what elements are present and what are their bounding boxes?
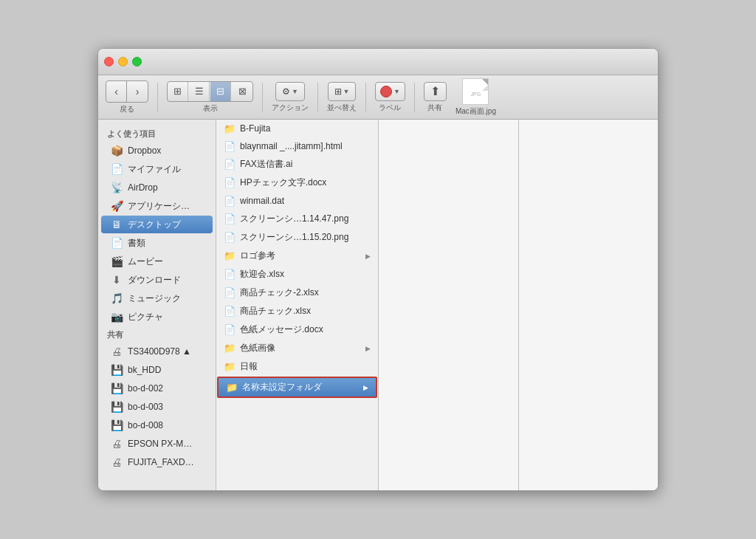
label-label: ラベル	[379, 103, 401, 113]
shikishi-folder-icon: 📁	[224, 343, 236, 354]
file-item-hp-check[interactable]: 📄 HPチェック文字.docx	[216, 174, 378, 192]
nav-group: ‹ › 戻る	[106, 80, 148, 114]
back-button[interactable]: ‹	[106, 81, 127, 102]
sidebar-item-movies-label: ムービー	[128, 255, 163, 268]
label-color-circle	[380, 86, 392, 97]
bk-hdd-icon: 💾	[110, 363, 123, 377]
file-item-screenshot2[interactable]: 📄 スクリーンシ…1.15.20.png	[216, 228, 378, 247]
titlebar	[98, 49, 658, 75]
sidebar-item-bo-d-008[interactable]: 💾 bo-d-008	[101, 416, 213, 434]
favorites-section-label: よく使う項目	[98, 126, 216, 141]
file-column-2	[379, 120, 518, 490]
file-item-b-fujita[interactable]: 📁 B-Fujita	[216, 120, 378, 137]
toolbar-separator-2	[262, 83, 263, 112]
file-item-unnamed-folder[interactable]: 📁 名称未設定フォルダ ▶	[217, 377, 377, 398]
sidebar-item-documents[interactable]: 📄 書類	[101, 234, 213, 252]
label-group: ▼ ラベル	[375, 82, 405, 113]
view-buttons: ⊞ ☰ ⊟ ⊠	[167, 81, 253, 102]
file-item-message[interactable]: 📄 色紙メッセージ.docx	[216, 320, 378, 339]
file-item-check2[interactable]: 📄 商品チェック-2.xlsx	[216, 284, 378, 302]
forward-button[interactable]: ›	[127, 81, 148, 102]
sidebar-item-bk-hdd[interactable]: 💾 bk_HDD	[101, 361, 213, 379]
file-item-diary[interactable]: 📁 日報	[216, 357, 378, 376]
action-label: アクション	[272, 103, 309, 113]
pictures-icon: 📷	[110, 310, 123, 323]
sidebar-item-airdrop[interactable]: 📡 AirDrop	[101, 179, 213, 196]
file-item-welcome[interactable]: 📄 歓迎会.xlsx	[216, 265, 378, 284]
sidebar-item-fujita-fax-label: FUJITA_FAXD…	[128, 457, 194, 467]
unnamed-folder-icon: 📁	[226, 382, 238, 394]
sidebar: よく使う項目 📦 Dropbox 📄 マイファイル 📡 AirDrop 🚀 アプ…	[98, 120, 216, 490]
file-corner	[482, 79, 488, 91]
share-button[interactable]: ⬆	[424, 82, 447, 101]
shikishi-folder-arrow: ▶	[365, 345, 371, 352]
sidebar-item-ts3400d978[interactable]: 🖨 TS3400D978 ▲	[101, 343, 213, 360]
file-item-fax[interactable]: 📄 FAX送信書.ai	[216, 155, 378, 174]
action-button[interactable]: ⚙ ▼	[275, 82, 305, 101]
maximize-button[interactable]	[132, 57, 142, 66]
sidebar-item-epson-px[interactable]: 🖨 EPSON PX-M…	[101, 435, 213, 453]
label-chevron-icon: ▼	[394, 88, 400, 95]
share-group: ⬆ 共有	[424, 82, 447, 113]
toolbar-separator-5	[414, 83, 415, 112]
file-area: 📁 B-Fujita 📄 blaynmail _....jitamm].html…	[216, 120, 658, 490]
file-item-check[interactable]: 📄 商品チェック.xlsx	[216, 302, 378, 320]
sidebar-item-music-label: ミュージック	[128, 292, 181, 305]
bo-d-003-icon: 💾	[110, 400, 123, 413]
airdrop-icon: 📡	[110, 181, 123, 194]
sidebar-item-myfiles[interactable]: 📄 マイファイル	[101, 160, 213, 178]
sidebar-item-bo-d-003[interactable]: 💾 bo-d-003	[101, 398, 213, 416]
toolbar-separator-3	[317, 83, 318, 112]
toolbar-separator-4	[365, 83, 366, 112]
sidebar-item-myfiles-label: マイファイル	[128, 163, 181, 176]
xlsx-file-icon-3: 📄	[224, 306, 236, 317]
sidebar-item-desktop[interactable]: 🖥 デスクトップ	[101, 216, 213, 233]
logo-folder-arrow: ▶	[365, 253, 371, 260]
sidebar-item-music[interactable]: 🎵 ミュージック	[101, 289, 213, 307]
sidebar-item-downloads-label: ダウンロード	[128, 274, 181, 286]
sidebar-item-bo-d-003-label: bo-d-003	[128, 402, 163, 412]
sidebar-item-downloads[interactable]: ⬇ ダウンロード	[101, 271, 213, 289]
file-name-label: Mac画面.jpg	[456, 106, 496, 117]
sidebar-item-pictures[interactable]: 📷 ピクチャ	[101, 308, 213, 326]
icon-view-button[interactable]: ⊞	[168, 82, 188, 101]
coverflow-view-button[interactable]: ⊠	[232, 82, 252, 101]
sort-button[interactable]: ⊞ ▼	[328, 82, 357, 101]
minimize-button[interactable]	[118, 57, 128, 66]
sidebar-item-dropbox[interactable]: 📦 Dropbox	[101, 142, 213, 159]
file-item-winmail[interactable]: 📄 winmail.dat	[216, 192, 378, 210]
file-item-logo[interactable]: 📁 ロゴ参考 ▶	[216, 247, 378, 265]
gear-icon: ⚙	[282, 86, 290, 97]
file-item-blaynmail[interactable]: 📄 blaynmail _....jitamm].html	[216, 137, 378, 155]
sidebar-item-bk-hdd-label: bk_HDD	[128, 365, 161, 375]
message-docx-icon: 📄	[224, 324, 236, 336]
logo-folder-icon: 📁	[224, 250, 236, 262]
html-file-icon: 📄	[224, 140, 236, 152]
sidebar-item-bo-d-008-label: bo-d-008	[128, 420, 163, 430]
sidebar-item-airdrop-label: AirDrop	[128, 182, 158, 193]
sidebar-item-ts3400d978-label: TS3400D978 ▲	[128, 346, 191, 357]
file-thumbnail[interactable]: JPG	[462, 78, 489, 105]
column-view-button[interactable]: ⊟	[210, 82, 231, 101]
sidebar-item-applications[interactable]: 🚀 アプリケーシ…	[101, 197, 213, 215]
share-icon: ⬆	[430, 84, 440, 98]
label-button[interactable]: ▼	[375, 82, 405, 101]
sidebar-item-bo-d-002[interactable]: 💾 bo-d-002	[101, 380, 213, 397]
sidebar-item-movies[interactable]: 🎬 ムービー	[101, 253, 213, 270]
ai-file-icon: 📄	[224, 159, 236, 171]
movies-icon: 🎬	[110, 255, 123, 268]
toolbar-separator-1	[157, 83, 158, 112]
fujita-fax-icon: 🖨	[110, 456, 123, 469]
file-item-screenshot1[interactable]: 📄 スクリーンシ…1.14.47.png	[216, 210, 378, 228]
unnamed-folder-arrow: ▶	[363, 384, 368, 391]
list-view-button[interactable]: ☰	[189, 82, 210, 101]
nav-buttons: ‹ ›	[106, 80, 148, 103]
action-chevron-icon: ▼	[292, 88, 298, 95]
file-column-3	[518, 120, 659, 490]
view-label: 表示	[203, 103, 218, 114]
sidebar-item-fujita-fax[interactable]: 🖨 FUJITA_FAXD…	[101, 453, 213, 471]
traffic-lights	[104, 57, 142, 66]
close-button[interactable]	[104, 57, 114, 66]
file-item-shikishi[interactable]: 📁 色紙画像 ▶	[216, 339, 378, 357]
folder-icon: 📁	[224, 123, 236, 134]
